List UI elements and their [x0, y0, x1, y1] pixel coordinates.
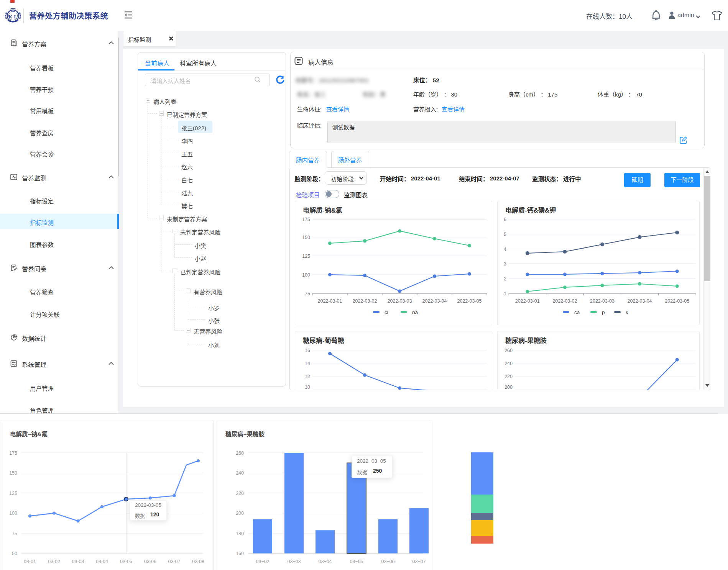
svg-text:10: 10: [305, 385, 310, 390]
svg-text:L: L: [14, 14, 17, 20]
svg-text:16: 16: [305, 348, 310, 353]
svg-text:03−06: 03−06: [381, 559, 394, 564]
svg-text:260: 260: [505, 348, 513, 353]
svg-text:03-07: 03-07: [168, 559, 181, 564]
svg-text:电解质−钠&氟: 电解质−钠&氟: [10, 431, 48, 437]
svg-text:175: 175: [9, 450, 17, 456]
svg-text:2022-03-03: 2022-03-03: [388, 298, 412, 304]
svg-text:260: 260: [236, 450, 244, 456]
svg-text:2022-03-03: 2022-03-03: [590, 298, 615, 304]
svg-text:175: 175: [302, 217, 310, 222]
svg-text:150: 150: [302, 235, 310, 240]
svg-text:125: 125: [9, 491, 17, 496]
svg-text:4: 4: [504, 247, 506, 252]
svg-text:03−07: 03−07: [412, 559, 426, 564]
svg-text:180: 180: [236, 531, 244, 536]
svg-text:na: na: [412, 310, 418, 315]
svg-text:糖尿病-果糖胺: 糖尿病-果糖胺: [505, 337, 547, 344]
svg-text:2: 2: [504, 276, 506, 282]
svg-text:3: 3: [504, 261, 506, 267]
svg-text:220: 220: [236, 491, 244, 496]
svg-text:150: 150: [9, 470, 17, 476]
svg-text:2022-03-05: 2022-03-05: [457, 298, 482, 304]
svg-text:2022-03-01: 2022-03-01: [515, 298, 540, 304]
svg-text:1: 1: [504, 291, 506, 296]
svg-text:03-06: 03-06: [144, 559, 156, 564]
svg-text:5: 5: [504, 232, 506, 237]
svg-text:03-08: 03-08: [192, 559, 204, 564]
svg-text:100: 100: [302, 272, 310, 278]
svg-text:14: 14: [305, 361, 310, 366]
svg-text:2022-03-01: 2022-03-01: [318, 298, 342, 304]
svg-text:2022-03-02: 2022-03-02: [552, 298, 577, 304]
svg-text:03−02: 03−02: [256, 559, 269, 564]
svg-text:75: 75: [305, 291, 310, 296]
svg-text:50: 50: [12, 551, 17, 556]
svg-text:03−05: 03−05: [350, 559, 363, 564]
svg-text:2022-03-05: 2022-03-05: [665, 298, 689, 304]
svg-text:100: 100: [9, 511, 17, 516]
svg-text:电解质-钠&氯: 电解质-钠&氯: [303, 206, 342, 214]
svg-text:2022-03-02: 2022-03-02: [353, 298, 377, 304]
svg-text:ca: ca: [574, 310, 580, 315]
svg-text:03-01: 03-01: [24, 559, 36, 564]
svg-text:12: 12: [305, 374, 310, 379]
svg-text:03−03: 03−03: [287, 559, 301, 564]
svg-text:电解质-钙&磷&钾: 电解质-钙&磷&钾: [505, 206, 556, 214]
svg-text:75: 75: [12, 531, 17, 536]
svg-text:糖尿病−果糖胺: 糖尿病−果糖胺: [225, 431, 265, 437]
svg-text:K: K: [9, 14, 13, 20]
svg-text:03-05: 03-05: [120, 559, 132, 564]
svg-text:糖尿病-葡萄糖: 糖尿病-葡萄糖: [303, 337, 344, 344]
svg-text:k: k: [626, 310, 628, 315]
svg-text:220: 220: [505, 374, 513, 379]
svg-text:cl: cl: [385, 310, 388, 315]
svg-text:6: 6: [504, 217, 506, 222]
svg-text:200: 200: [505, 385, 513, 390]
svg-text:2022-03-04: 2022-03-04: [422, 298, 447, 304]
svg-text:2022-03-04: 2022-03-04: [628, 298, 652, 304]
svg-text:03-04: 03-04: [96, 559, 108, 564]
svg-text:240: 240: [505, 361, 513, 366]
svg-text:p: p: [602, 310, 605, 315]
svg-text:03-03: 03-03: [72, 559, 84, 564]
svg-text:160: 160: [236, 551, 244, 556]
svg-text:125: 125: [302, 254, 310, 259]
svg-text:03−04: 03−04: [318, 559, 332, 564]
svg-text:200: 200: [236, 511, 244, 516]
svg-text:240: 240: [236, 470, 244, 476]
svg-text:03-02: 03-02: [48, 559, 60, 564]
